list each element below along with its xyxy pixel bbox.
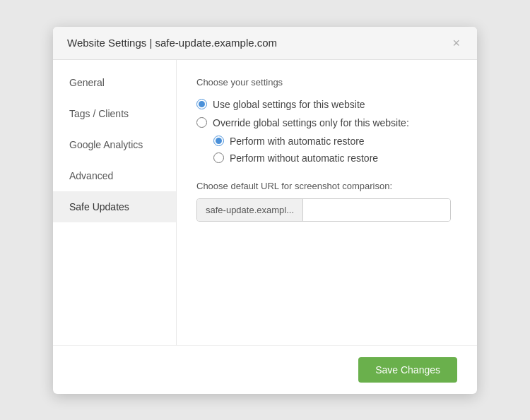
sidebar-item-general[interactable]: General	[53, 67, 176, 98]
url-section-title: Choose default URL for screenshot compar…	[196, 181, 457, 191]
radio-use-global[interactable]: Use global settings for this website	[196, 99, 457, 110]
modal-header: Website Settings | safe-update.example.c…	[53, 27, 477, 60]
modal-body: General Tags / Clients Google Analytics …	[53, 60, 477, 345]
save-changes-button[interactable]: Save Changes	[358, 357, 457, 383]
content-area: Choose your settings Use global settings…	[177, 60, 477, 345]
sub-options: Perform with automatic restore Perform w…	[213, 136, 457, 164]
radio-use-global-input[interactable]	[196, 99, 207, 109]
modal-title: Website Settings | safe-update.example.c…	[67, 37, 277, 49]
url-prefix: safe-update.exampl...	[197, 199, 303, 221]
modal-footer: Save Changes	[53, 345, 477, 394]
sidebar: General Tags / Clients Google Analytics …	[53, 60, 177, 345]
radio-auto-restore-input[interactable]	[213, 136, 224, 146]
settings-radio-group: Use global settings for this website Ove…	[196, 99, 457, 164]
radio-override[interactable]: Override global settings only for this w…	[196, 117, 457, 128]
radio-override-input[interactable]	[196, 117, 207, 128]
close-button[interactable]: ×	[449, 37, 463, 49]
modal: Website Settings | safe-update.example.c…	[53, 27, 477, 394]
url-input-group: safe-update.exampl...	[196, 198, 451, 222]
url-input[interactable]	[303, 199, 450, 221]
sidebar-item-advanced[interactable]: Advanced	[53, 160, 176, 191]
sidebar-item-safe-updates[interactable]: Safe Updates	[53, 191, 176, 222]
radio-no-restore[interactable]: Perform without automatic restore	[213, 152, 457, 164]
sidebar-item-tags-clients[interactable]: Tags / Clients	[53, 98, 176, 129]
radio-no-restore-input[interactable]	[213, 152, 224, 163]
sidebar-item-google-analytics[interactable]: Google Analytics	[53, 129, 176, 160]
settings-title: Choose your settings	[196, 77, 457, 88]
radio-auto-restore[interactable]: Perform with automatic restore	[213, 136, 457, 147]
